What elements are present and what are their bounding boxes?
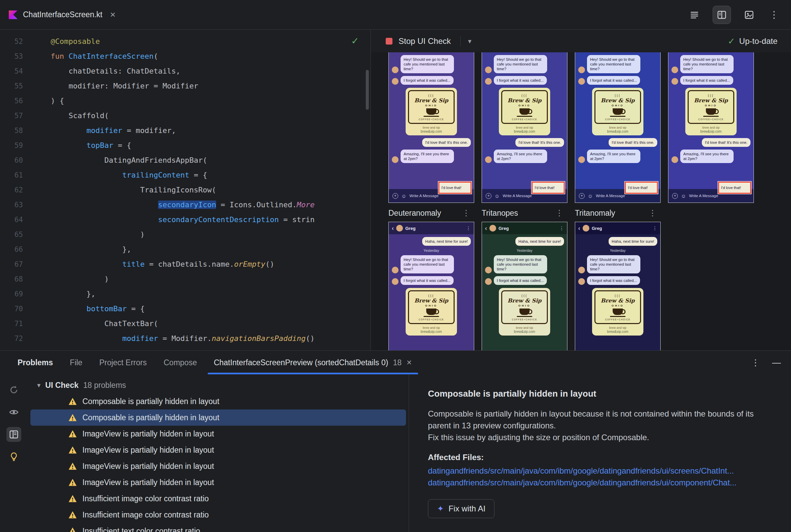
emoji-icon[interactable]: ☺: [401, 193, 406, 199]
code-text[interactable]: ): [51, 272, 109, 287]
problem-item[interactable]: ImageView is partially hidden in layout: [31, 458, 406, 474]
code-text[interactable]: modifier = modifier,: [51, 123, 176, 138]
preview-phone[interactable]: Hey! Should we go to that cafe you menti…: [575, 52, 661, 203]
code-editor[interactable]: 52@Composable53fun ChatInterfaceScreen(5…: [0, 30, 371, 350]
problem-item[interactable]: Insufficient image color contrast ratio: [31, 491, 406, 507]
problem-item[interactable]: ImageView is partially hidden in layout: [31, 442, 406, 458]
stop-icon[interactable]: [386, 38, 392, 44]
code-text[interactable]: modifier = Modifier.navigationBarsPaddin…: [51, 331, 315, 346]
day-separator: Yesterday: [389, 248, 474, 252]
chevron-down-icon[interactable]: ▾: [468, 37, 472, 45]
tab-chatinterfacescreenpreview-sortedchatdetails-0-[interactable]: ChatInterfaceScreenPreview (sortedChatDe…: [208, 351, 418, 374]
collapse-chevron-icon[interactable]: ▾: [37, 381, 40, 389]
problem-item[interactable]: Insufficient image color contrast ratio: [31, 507, 406, 523]
affected-file-link[interactable]: datingandfriends/src/main/java/com/ibm/g…: [428, 477, 772, 489]
code-segment: ): [51, 275, 109, 283]
tab-file[interactable]: File: [64, 351, 89, 374]
chat-bubble: I'd love that! It's this one.: [422, 138, 471, 147]
editor-tab[interactable]: ChatInterfaceScreen.kt ✕: [0, 0, 125, 30]
code-text[interactable]: fun ChatInterfaceScreen(: [51, 49, 158, 64]
problem-item[interactable]: Composable is partially hidden in layout: [31, 410, 406, 426]
code-text[interactable]: chatDetails: ChatDetails,: [51, 64, 180, 79]
code-text[interactable]: DatingAndFriendsAppBar(: [51, 153, 207, 168]
ui-check-flag-box: I'd love that!: [438, 182, 472, 194]
chat-bubble: I forgot what it was called...: [401, 276, 454, 285]
code-text[interactable]: onAddClick = {},: [51, 346, 194, 350]
preview-layout-icon[interactable]: [742, 8, 756, 22]
emoji-icon[interactable]: ☺: [681, 193, 686, 199]
fix-with-ai-button[interactable]: ✦ Fix with AI: [428, 499, 494, 518]
problems-group-header[interactable]: ▾ UI Check 18 problems: [28, 377, 409, 393]
editor-scrollbar[interactable]: [366, 70, 369, 110]
preview-eye-icon-button[interactable]: [6, 405, 21, 420]
chat-header-kebab-icon[interactable]: ⋮: [559, 226, 564, 231]
plus-icon[interactable]: +: [579, 193, 585, 199]
back-icon[interactable]: ‹: [392, 225, 394, 231]
preview-phone[interactable]: ‹Greg⋮Haha, next time for sure!Yesterday…: [388, 222, 474, 350]
preview-phone[interactable]: ‹Greg⋮Haha, next time for sure!Yesterday…: [482, 222, 567, 350]
more-kebab-icon[interactable]: ⋮: [767, 8, 781, 22]
quickfix-bulb-icon-button[interactable]: [6, 449, 21, 464]
tab-compose[interactable]: Compose: [158, 351, 203, 374]
code-text[interactable]: TrailingIconsRow(: [51, 183, 216, 197]
code-segment: },: [51, 245, 131, 253]
chat-bubble: I forgot what it was called...: [494, 276, 547, 285]
card-small-text: COFFEE+CHOICE: [690, 118, 732, 120]
stop-ui-check-button[interactable]: Stop UI Check: [399, 36, 451, 46]
preview-kebab-icon[interactable]: ⋮: [555, 208, 563, 218]
chat-header-kebab-icon[interactable]: ⋮: [652, 226, 657, 231]
preview-phone[interactable]: Hey! Should we go to that cafe you menti…: [482, 52, 567, 203]
code-text[interactable]: secondaryContentDescription = strin: [51, 212, 314, 227]
plus-icon[interactable]: +: [486, 193, 492, 199]
preview-phone[interactable]: Hey! Should we go to that cafe you menti…: [388, 52, 474, 203]
saucer-icon: [703, 116, 719, 117]
chat-header-kebab-icon[interactable]: ⋮: [466, 226, 471, 231]
emoji-icon[interactable]: ☺: [494, 193, 499, 199]
affected-file-link[interactable]: datingandfriends/src/main/java/com/ibm/g…: [428, 465, 772, 477]
panel-kebab-icon[interactable]: ⋮: [751, 358, 760, 368]
code-text[interactable]: ) {: [51, 94, 64, 108]
code-text[interactable]: title = chatDetails.name.orEmpty(): [51, 257, 274, 272]
tab-project-errors[interactable]: Project Errors: [93, 351, 153, 374]
code-text[interactable]: modifier: Modifier = Modifier: [51, 79, 198, 94]
code-text[interactable]: bottomBar = {: [51, 301, 145, 316]
code-segment: = {: [127, 304, 145, 313]
back-icon[interactable]: ‹: [578, 225, 580, 231]
code-text[interactable]: },: [51, 287, 95, 301]
inspection-ok-icon[interactable]: ✓: [351, 35, 359, 46]
editor-tab-bar: ChatInterfaceScreen.kt ✕ ⋮: [0, 0, 791, 30]
minimize-icon[interactable]: —: [772, 358, 781, 368]
code-text[interactable]: trailingContent = {: [51, 168, 207, 183]
problem-item[interactable]: ImageView is partially hidden in layout: [31, 426, 406, 442]
preview-phone[interactable]: Hey! Should we go to that cafe you menti…: [668, 52, 754, 203]
problem-item[interactable]: Insufficient text color contrast ratio: [31, 523, 406, 532]
code-text[interactable]: ChatTextBar(: [51, 316, 158, 331]
details-view-icon-button[interactable]: [6, 427, 21, 442]
problem-item[interactable]: ImageView is partially hidden in layout: [31, 474, 406, 491]
plus-icon[interactable]: +: [672, 193, 678, 199]
chat-bubble: Haha, next time for sure!: [609, 237, 657, 246]
refresh-icon-button[interactable]: [6, 382, 21, 397]
preview-phone[interactable]: ‹Greg⋮Haha, next time for sure!Yesterday…: [575, 222, 661, 350]
plus-icon[interactable]: +: [392, 193, 398, 199]
code-text[interactable]: @Composable: [51, 34, 100, 49]
code-text[interactable]: ): [51, 227, 145, 242]
preview-kebab-icon[interactable]: ⋮: [462, 208, 470, 218]
back-icon[interactable]: ‹: [485, 225, 487, 231]
warning-icon: [68, 397, 77, 405]
tab-close-icon[interactable]: ✕: [110, 11, 116, 19]
preview-canvas[interactable]: Hey! Should we go to that cafe you menti…: [371, 52, 791, 350]
emoji-icon[interactable]: ☺: [588, 193, 593, 199]
code-text[interactable]: Scaffold(: [51, 108, 109, 123]
preview-kebab-icon[interactable]: ⋮: [648, 208, 657, 218]
problem-item[interactable]: Composable is partially hidden in layout: [31, 393, 406, 410]
tab-problems[interactable]: Problems: [12, 351, 59, 374]
code-text[interactable]: topBar = {: [51, 138, 131, 153]
line-number: 53: [0, 49, 34, 64]
tab-close-icon[interactable]: ✕: [406, 359, 412, 366]
structure-lines-icon[interactable]: [688, 8, 701, 22]
code-text[interactable]: secondaryIcon = Icons.Outlined.More: [51, 197, 314, 212]
split-editor-icon[interactable]: [713, 6, 731, 24]
code-text[interactable]: },: [51, 242, 131, 257]
steam-icon: (((: [503, 294, 546, 297]
